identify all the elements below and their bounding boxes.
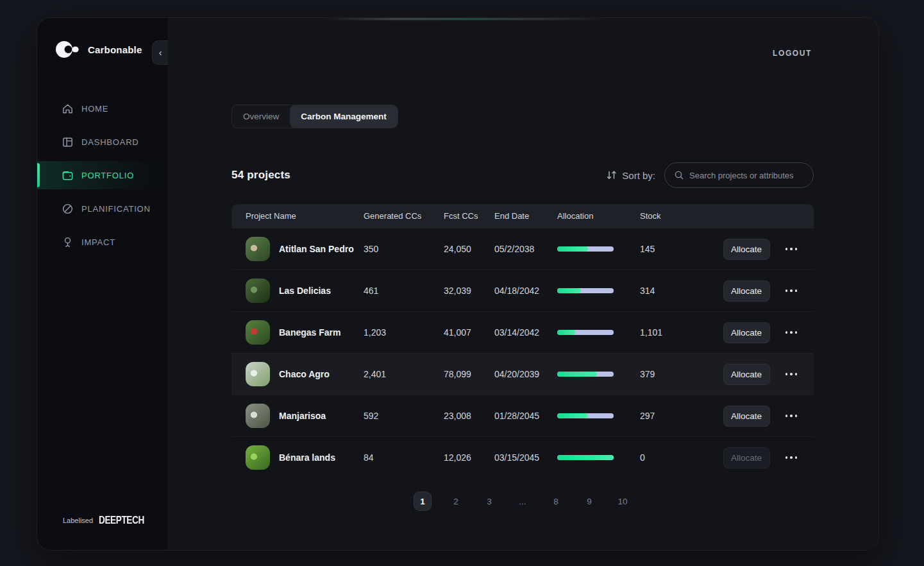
tab-overview[interactable]: Overview: [232, 105, 290, 128]
tab-carbon-management[interactable]: Carbon Management: [290, 105, 398, 128]
project-name: Manjarisoa: [279, 411, 326, 421]
allocate-button[interactable]: Allocate: [723, 364, 770, 385]
more-options-icon[interactable]: [784, 369, 799, 379]
allocation-progress: [557, 330, 614, 335]
sidebar-item-portfolio[interactable]: PORTFOLIO: [37, 161, 168, 189]
allocation-progress: [557, 372, 614, 377]
project-name: Bénara lands: [279, 452, 335, 463]
stock-value: 0: [640, 452, 645, 463]
project-name: Atitlan San Pedro: [279, 244, 354, 254]
logout-button[interactable]: LOGOUT: [773, 49, 812, 58]
col-end-date: End Date: [494, 211, 529, 221]
allocation-progress: [557, 455, 614, 460]
end-date-value: 01/28/2045: [494, 411, 539, 421]
pagination: 1 2 3 ... 8 9 10: [231, 490, 814, 513]
project-name: Las Delicias: [279, 286, 331, 296]
col-allocation: Allocation: [557, 211, 593, 221]
more-options-icon[interactable]: [784, 452, 799, 463]
project-avatar: [246, 445, 270, 470]
stock-value: 297: [640, 411, 655, 421]
col-generated-ccs: Generated CCs: [364, 211, 421, 221]
end-date-value: 03/15/2045: [494, 452, 539, 463]
sidebar-item-label: DASHBOARD: [81, 137, 139, 147]
sidebar-collapse-button[interactable]: ‹: [152, 40, 168, 65]
stock-value: 314: [640, 286, 655, 296]
allocate-button[interactable]: Allocate: [723, 406, 770, 427]
more-options-icon[interactable]: [784, 327, 799, 338]
more-options-icon[interactable]: [784, 286, 799, 296]
project-avatar: [246, 279, 270, 303]
table-row[interactable]: Atitlan San Pedro 350 24,050 05/2/2038 1…: [231, 228, 814, 270]
fcst-ccs-value: 12,026: [444, 452, 471, 463]
page-button-8[interactable]: 8: [547, 492, 565, 511]
view-tabs: Overview Carbon Management: [231, 105, 398, 128]
table-row[interactable]: Banegas Farm 1,203 41,007 03/14/2042 1,1…: [231, 311, 814, 353]
project-name: Banegas Farm: [279, 327, 340, 338]
deeptech-logo: DEEPTECH: [99, 514, 144, 527]
more-options-icon[interactable]: [784, 244, 799, 254]
labelised-text: Labelised: [63, 517, 93, 524]
end-date-value: 04/18/2042: [494, 286, 539, 296]
table-row[interactable]: Las Delicias 461 32,039 04/18/2042 314 A…: [231, 270, 814, 311]
generated-ccs-value: 84: [364, 452, 374, 463]
page-button-3[interactable]: 3: [480, 492, 498, 511]
carbonable-logo-icon: [55, 38, 82, 61]
fcst-ccs-value: 32,039: [444, 286, 471, 296]
projects-toolbar: 54 projects Sort by:: [231, 162, 814, 188]
project-avatar: [246, 362, 270, 386]
project-avatar: [246, 404, 270, 428]
page-button-2[interactable]: 2: [447, 492, 465, 511]
project-avatar: [246, 320, 270, 345]
page-button-10[interactable]: 10: [614, 492, 632, 511]
search-box[interactable]: [664, 162, 814, 188]
allocate-button[interactable]: Allocate: [723, 239, 770, 260]
end-date-value: 03/14/2042: [494, 327, 539, 338]
allocate-button[interactable]: Allocate: [723, 322, 770, 343]
sidebar-item-label: HOME: [81, 104, 108, 114]
project-avatar: [246, 237, 270, 261]
sidebar-item-home[interactable]: HOME: [37, 94, 168, 123]
table-row[interactable]: Manjarisoa 592 23,008 01/28/2045 297 All…: [231, 395, 814, 436]
allocation-progress: [557, 288, 614, 293]
allocate-button: Allocate: [723, 447, 770, 468]
search-input[interactable]: [689, 171, 804, 180]
wallet-icon: [62, 169, 74, 182]
fcst-ccs-value: 78,099: [444, 369, 471, 379]
brand-name: Carbonable: [88, 44, 142, 55]
page-button-9[interactable]: 9: [580, 492, 598, 511]
fcst-ccs-value: 24,050: [444, 244, 471, 254]
project-name: Chaco Agro: [279, 369, 330, 379]
sidebar: Carbonable ‹ HOME: [37, 18, 169, 550]
end-date-value: 04/20/2039: [494, 369, 539, 379]
generated-ccs-value: 1,203: [364, 327, 386, 338]
generated-ccs-value: 592: [364, 411, 378, 421]
chevron-left-icon: ‹: [159, 47, 162, 58]
col-stock: Stock: [640, 211, 661, 221]
allocate-button[interactable]: Allocate: [723, 280, 770, 302]
fcst-ccs-value: 41,007: [444, 327, 471, 338]
sidebar-footer: Labelised DEEPTECH: [63, 514, 156, 527]
generated-ccs-value: 461: [364, 286, 378, 296]
table-row[interactable]: Bénara lands 84 12,026 03/15/2045 0 Allo…: [231, 436, 814, 478]
page-button-1[interactable]: 1: [414, 492, 432, 511]
projects-table: Project Name Generated CCs Fcst CCs End …: [231, 204, 814, 478]
stock-value: 1,101: [640, 327, 662, 338]
more-options-icon[interactable]: [784, 411, 799, 421]
end-date-value: 05/2/2038: [494, 244, 534, 254]
col-project-name: Project Name: [246, 211, 296, 221]
sort-label: Sort by:: [622, 170, 655, 181]
tree-icon: [62, 236, 74, 248]
brand-logo[interactable]: Carbonable: [55, 38, 142, 61]
sidebar-item-label: IMPACT: [81, 237, 115, 247]
allocation-progress: [557, 413, 614, 418]
sidebar-item-planification[interactable]: PLANIFICATION: [37, 194, 168, 223]
sidebar-item-dashboard[interactable]: DASHBOARD: [37, 128, 168, 156]
dashboard-icon: [62, 136, 74, 148]
pagination-ellipsis: ...: [514, 492, 532, 511]
table-row[interactable]: Chaco Agro 2,401 78,099 04/20/2039 379 A…: [231, 353, 814, 395]
generated-ccs-value: 2,401: [364, 369, 386, 379]
sort-control[interactable]: Sort by:: [606, 170, 655, 181]
main-content: LOGOUT Overview Carbon Management 54 pro…: [169, 18, 878, 550]
sidebar-item-impact[interactable]: IMPACT: [37, 228, 168, 256]
sort-arrows-icon: [606, 170, 617, 180]
